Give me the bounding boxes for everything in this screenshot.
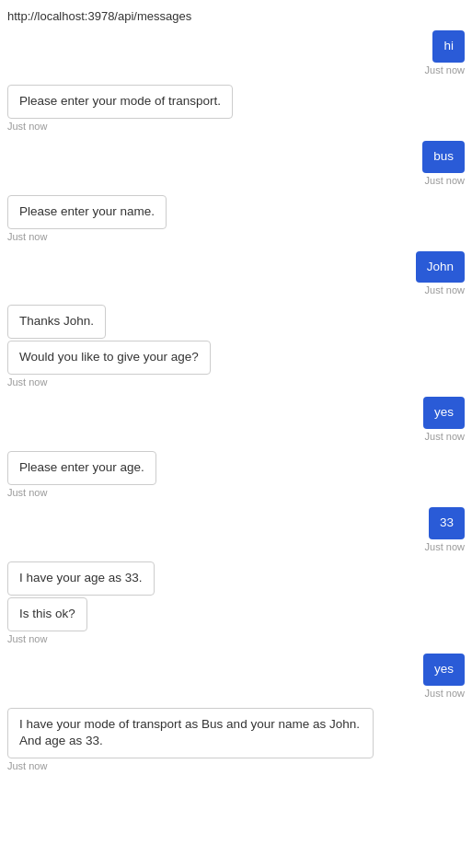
bot-timestamp: Just now bbox=[7, 231, 465, 242]
bot-bubble: I have your mode of transport as Bus and… bbox=[7, 708, 374, 759]
bot-bubble: Thanks John. bbox=[7, 305, 106, 339]
user-timestamp: Just now bbox=[7, 175, 465, 186]
bot-message-row: I have your age as 33. bbox=[7, 561, 465, 596]
user-message-row: yes bbox=[7, 397, 465, 429]
bot-message-row: Would you like to give your age? bbox=[7, 341, 465, 375]
bot-bubble: Please enter your age. bbox=[7, 451, 156, 485]
bot-timestamp: Just now bbox=[7, 487, 465, 498]
bot-timestamp: Just now bbox=[7, 760, 465, 771]
user-message-row: hi bbox=[7, 30, 465, 63]
bot-bubble: Would you like to give your age? bbox=[7, 341, 211, 375]
bot-message-row: Is this ok? bbox=[7, 597, 465, 631]
user-bubble: hi bbox=[432, 30, 465, 63]
url-bar: http://localhost:3978/api/messages bbox=[0, 0, 472, 30]
user-bubble: bus bbox=[422, 141, 465, 173]
bot-message-row: Thanks John. bbox=[7, 305, 465, 339]
bot-timestamp: Just now bbox=[7, 633, 465, 644]
bot-bubble: Please enter your name. bbox=[7, 195, 167, 229]
user-timestamp: Just now bbox=[7, 431, 465, 442]
user-timestamp: Just now bbox=[7, 688, 465, 699]
bot-bubble: Is this ok? bbox=[7, 597, 87, 631]
user-bubble: yes bbox=[423, 397, 465, 429]
bot-message-row: Please enter your name. bbox=[7, 195, 465, 229]
bot-bubble: Please enter your mode of transport. bbox=[7, 85, 233, 119]
bot-bubble: I have your age as 33. bbox=[7, 561, 155, 596]
user-message-row: yes bbox=[7, 654, 465, 686]
user-bubble: yes bbox=[423, 654, 465, 686]
bot-message-row: Please enter your mode of transport. bbox=[7, 85, 465, 119]
bot-message-row: Please enter your age. bbox=[7, 451, 465, 485]
user-timestamp: Just now bbox=[7, 64, 465, 75]
bot-message-row: I have your mode of transport as Bus and… bbox=[7, 708, 465, 759]
chat-container: hiJust nowPlease enter your mode of tran… bbox=[0, 30, 472, 781]
user-message-row: bus bbox=[7, 141, 465, 173]
user-message-row: John bbox=[7, 251, 465, 284]
user-bubble: John bbox=[416, 251, 465, 284]
user-bubble: 33 bbox=[429, 507, 465, 539]
user-timestamp: Just now bbox=[7, 284, 465, 295]
user-message-row: 33 bbox=[7, 507, 465, 539]
bot-timestamp: Just now bbox=[7, 376, 465, 388]
bot-timestamp: Just now bbox=[7, 121, 465, 132]
user-timestamp: Just now bbox=[7, 541, 465, 552]
